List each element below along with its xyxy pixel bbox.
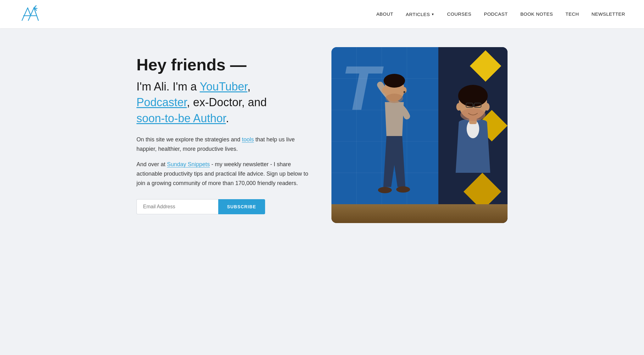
nav-item-book-notes[interactable]: BOOK NOTES [520,11,553,17]
intro-mid: , [247,80,251,93]
intro-suffix: , ex-Doctor, and [187,96,267,109]
svg-point-36 [382,87,386,93]
svg-line-1 [28,8,31,16]
description-prefix: On this site we explore the strategies a… [136,136,242,143]
description-text: On this site we explore the strategies a… [136,135,313,154]
nav-link-courses[interactable]: COURSES [447,11,471,17]
hero-intro: I'm Ali. I'm a YouTuber, Podcaster, ex-D… [136,79,313,126]
nav-link-podcast[interactable]: PODCAST [484,11,508,17]
sunday-snippets-link[interactable]: Sunday Snippets [167,161,210,167]
stage-floor [331,204,508,223]
logo[interactable] [19,5,44,24]
svg-point-35 [384,74,405,88]
hero-photo: T T [331,47,508,223]
svg-point-38 [378,187,392,193]
svg-line-0 [22,8,28,20]
svg-line-3 [28,8,34,20]
nav-item-newsletter[interactable]: NEWSLETTER [591,11,625,17]
svg-point-33 [485,103,490,111]
nav-link-about[interactable]: ABOUT [376,11,393,17]
svg-point-40 [403,91,405,93]
nav-item-courses[interactable]: COURSES [447,11,471,17]
nav-link-book-notes[interactable]: BOOK NOTES [520,11,553,17]
nav-link-tech[interactable]: TECH [565,11,579,17]
portrait-panel-svg [438,47,508,223]
tools-link[interactable]: tools [242,136,254,143]
svg-point-39 [396,186,410,193]
speaker-figure-svg [363,55,426,206]
logo-icon [19,5,44,24]
dropdown-arrow-icon: ▼ [431,13,434,16]
email-input[interactable] [136,199,218,214]
nav-item-about[interactable]: ABOUT [376,11,393,17]
nav-item-podcast[interactable]: PODCAST [484,11,508,17]
nav-links: ABOUT ARTICLES ▼ COURSES PODCAST BOOK NO… [376,11,625,17]
intro-end: . [226,112,229,125]
hero-text: Hey friends — I'm Ali. I'm a YouTuber, P… [136,56,313,215]
nav-item-articles[interactable]: ARTICLES ▼ [406,12,435,17]
nav-item-tech[interactable]: TECH [565,11,579,17]
svg-point-32 [456,103,461,111]
nav-link-newsletter[interactable]: NEWSLETTER [591,11,625,17]
intro-prefix: I'm Ali. I'm a [136,80,200,93]
nav-link-articles[interactable]: ARTICLES ▼ [406,12,435,17]
hero-heading: Hey friends — [136,56,313,74]
subscribe-form: SUBSCRIBE [136,199,313,214]
podcaster-link[interactable]: Podcaster [136,96,187,109]
newsletter-description: And over at Sunday Snippets - my weekly … [136,160,313,188]
youtuber-link[interactable]: YouTuber [200,80,247,93]
author-link[interactable]: soon-to-be Author [136,112,226,125]
newsletter-prefix: And over at [136,161,167,167]
subscribe-button[interactable]: SUBSCRIBE [218,199,265,214]
svg-point-41 [386,94,403,103]
navbar: ABOUT ARTICLES ▼ COURSES PODCAST BOOK NO… [0,0,644,28]
hero-image: T T [331,47,508,223]
hero-section: Hey friends — I'm Ali. I'm a YouTuber, P… [118,28,526,248]
